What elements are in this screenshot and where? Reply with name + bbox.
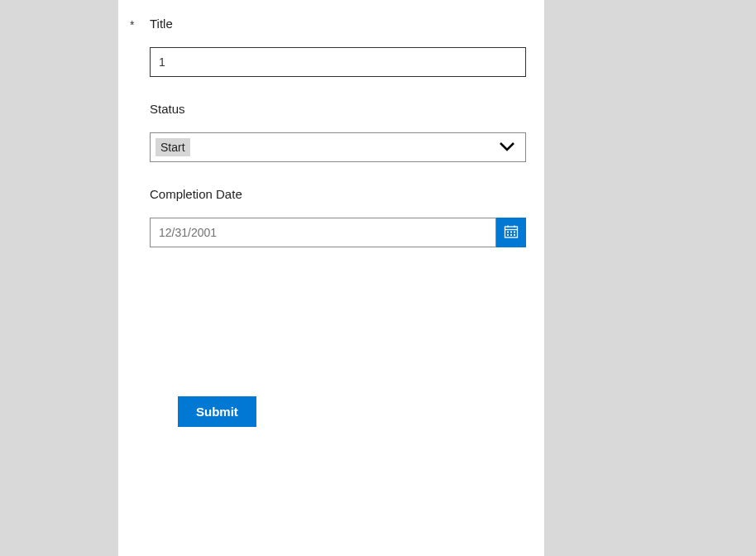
completion-label: Completion Date (150, 187, 526, 201)
submit-button[interactable]: Submit (178, 396, 256, 427)
status-row: Status Start (130, 102, 544, 162)
completion-row: Completion Date (130, 187, 544, 247)
svg-rect-8 (510, 234, 512, 236)
status-label: Status (150, 102, 526, 116)
calendar-icon (504, 224, 519, 242)
title-row: * Title (130, 17, 544, 77)
calendar-button[interactable] (496, 218, 526, 247)
title-input[interactable] (150, 47, 526, 77)
svg-rect-9 (514, 234, 515, 236)
title-group: Title (150, 17, 544, 77)
completion-date-input[interactable] (150, 218, 496, 247)
svg-rect-4 (507, 231, 509, 232)
spacer (130, 102, 150, 103)
svg-rect-7 (507, 234, 509, 236)
required-marker: * (130, 17, 150, 31)
status-value: Start (156, 138, 190, 156)
title-label: Title (150, 17, 526, 31)
spacer (130, 187, 150, 189)
svg-rect-5 (510, 231, 512, 232)
status-select[interactable]: Start (150, 132, 526, 162)
chevron-down-icon (499, 140, 515, 155)
date-wrap (150, 218, 526, 247)
svg-rect-6 (514, 231, 515, 232)
status-group: Status Start (150, 102, 544, 162)
form-panel: * Title Status Start Completion Date (118, 0, 544, 556)
completion-group: Completion Date (150, 187, 544, 247)
